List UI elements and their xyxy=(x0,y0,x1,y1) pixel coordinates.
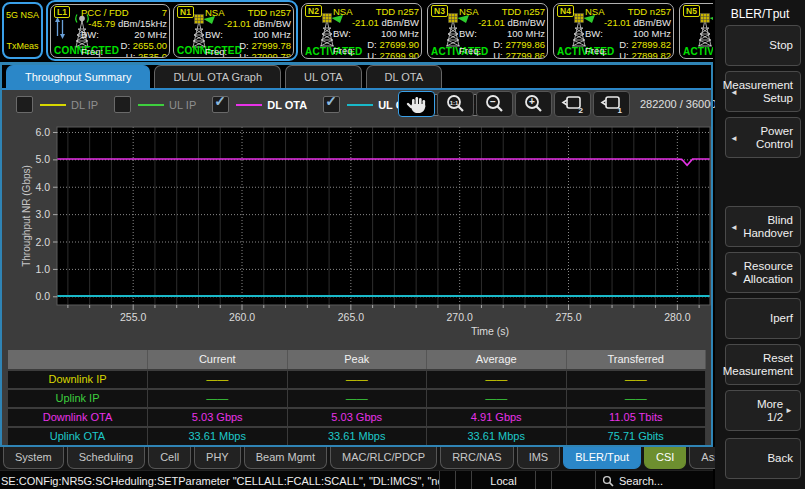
throughput-chart[interactable]: 255.0260.0265.0270.0275.0280.00.01.02.03… xyxy=(0,121,713,346)
dl-freq-value: 27699.90 xyxy=(379,39,419,50)
dl-freq-value: 27999.78 xyxy=(251,40,291,51)
ul-freq-value: 27699.90 xyxy=(379,50,419,59)
dl-freq-label: D: xyxy=(367,39,377,50)
legend-checkbox[interactable] xyxy=(16,96,33,113)
freq-label: Freq: xyxy=(459,45,481,56)
instrument-screen: 5G NSA TxMeas L1CONNECTEDPCC / FDD7-45.7… xyxy=(0,0,805,489)
status-cell-empty xyxy=(551,471,595,489)
freq-label: Freq: xyxy=(585,45,607,56)
bw-label: BW: xyxy=(459,28,477,39)
bottom-tab-ims[interactable]: IMS xyxy=(517,447,561,469)
softkey-blind-handover[interactable]: ◄Blind Handover xyxy=(725,206,801,247)
svg-text:+: + xyxy=(529,96,535,107)
cell-panel-n2[interactable]: N2ACTIVATEDNSATDD n257-21.01 dBm/BWBW:10… xyxy=(301,3,422,59)
submenu-left-arrow-icon: ◄ xyxy=(730,132,738,145)
table-row-label: Downlink OTA xyxy=(8,409,148,426)
cell-level-value: -21.01 xyxy=(478,17,505,28)
dl-freq-value: 27899.82 xyxy=(631,39,671,50)
svg-text:280.0: 280.0 xyxy=(664,311,690,323)
search-field[interactable]: Search... xyxy=(595,471,713,489)
softkey-iperf[interactable]: Iperf xyxy=(725,298,801,339)
bw-value: 100 MHz xyxy=(381,28,419,39)
tx-meas-label: TxMeas xyxy=(4,41,41,51)
measurement-mode-panel[interactable]: 5G NSA TxMeas xyxy=(2,2,43,59)
cell-panel-n3[interactable]: N3ACTIVATEDNSATDD n257-21.01 dBm/BWBW:10… xyxy=(427,3,548,59)
cell-status-label: ACTIVATED xyxy=(683,46,713,57)
bw-label: BW: xyxy=(205,29,223,40)
legend-checkbox[interactable]: ✓ xyxy=(212,96,229,113)
chart-toolbar: 1:1−+21 xyxy=(398,91,630,117)
cell-panel-n5[interactable]: N5ACTIVATED xyxy=(679,3,713,59)
bw-value: 100 MHz xyxy=(253,29,291,40)
tab-throughput-summary[interactable]: Throughput Summary xyxy=(6,65,150,88)
softkey-back[interactable]: Back xyxy=(725,438,801,479)
svg-text:1:1: 1:1 xyxy=(449,100,458,106)
svg-text:−: − xyxy=(490,96,496,107)
bottom-tab-scheduling[interactable]: Scheduling xyxy=(67,447,145,469)
bottom-tab-cell[interactable]: Cell xyxy=(148,447,191,469)
cell-level-value: -21.01 xyxy=(352,17,379,28)
legend-checkbox[interactable] xyxy=(114,96,131,113)
table-value-cell: —— xyxy=(567,390,707,407)
svg-text:265.0: 265.0 xyxy=(338,311,364,323)
softkey-measurement-setup[interactable]: ◄Measurement Setup xyxy=(725,71,801,112)
table-row: Downlink OTA5.03 Gbps5.03 Gbps4.91 Gbps1… xyxy=(8,409,706,426)
cell-panel-l1[interactable]: L1CONNECTEDPCC / FDD7-45.79 dBm/15kHzBW:… xyxy=(50,4,170,58)
table-row-label: Uplink OTA xyxy=(8,428,148,445)
legend-color-line xyxy=(236,104,262,106)
legend-checkbox[interactable]: ✓ xyxy=(323,96,340,113)
dl-freq-label: D: xyxy=(493,39,503,50)
zoom-fit-button[interactable]: 1:1 xyxy=(437,91,474,117)
freq-label: Freq: xyxy=(205,46,227,57)
ul-freq-value: 27799.86 xyxy=(505,50,545,59)
table-value-cell: 4.91 Gbps xyxy=(427,409,567,426)
view-tabs: Throughput SummaryDL/UL OTA GraphUL OTAD… xyxy=(0,65,713,88)
zoom-out-button[interactable]: − xyxy=(476,91,513,117)
marker-2-button[interactable]: 2 xyxy=(554,91,591,117)
bottom-tab-beam-mgmt[interactable]: Beam Mgmt xyxy=(244,447,327,469)
marker-1-icon: 1 xyxy=(600,93,624,115)
softkey-label: Stop xyxy=(769,39,793,52)
x-axis-label: Time (s) xyxy=(471,325,509,337)
marker-1-button[interactable]: 1 xyxy=(593,91,630,117)
svg-text:5.0: 5.0 xyxy=(35,153,50,165)
bottom-tab-csi[interactable]: CSI xyxy=(644,447,686,469)
svg-text:270.0: 270.0 xyxy=(447,311,473,323)
zoom-in-button[interactable]: + xyxy=(515,91,552,117)
softkey-label: Power Control xyxy=(738,125,793,151)
local-mode-indicator: Local xyxy=(471,471,535,489)
softkey-resource-allocation[interactable]: ◄Resource Allocation xyxy=(725,252,801,293)
bw-label: BW: xyxy=(81,29,99,40)
bottom-tab-bler-tput[interactable]: BLER/Tput xyxy=(563,447,641,469)
cell-panel-n1[interactable]: N1CONNECTEDNSATDD n257-21.01 dBm/BWBW:10… xyxy=(173,4,294,58)
bottom-tab-phy[interactable]: PHY xyxy=(194,447,241,469)
cell-channel-label: TDD n257 xyxy=(376,6,419,17)
softkey-label: Iperf xyxy=(770,312,793,325)
softkey-power-control[interactable]: ◄Power Control xyxy=(725,117,801,158)
table-row-label: Uplink IP xyxy=(8,390,148,407)
bw-label: BW: xyxy=(333,28,351,39)
check-icon: ✓ xyxy=(214,93,226,109)
softkey-more-1-2[interactable]: More 1/2► xyxy=(725,390,801,431)
softkey-reset-measurement[interactable]: Reset Measurement xyxy=(725,344,801,385)
cell-info-block: NSATDD n257-21.01 dBm/BWBW:100 MHzFreq:D… xyxy=(459,6,545,59)
softkey-stop[interactable]: Stop xyxy=(725,25,801,66)
chart-canvas[interactable]: 255.0260.0265.0270.0275.0280.00.01.02.03… xyxy=(0,121,713,346)
pan-hand-button[interactable] xyxy=(398,91,435,117)
cell-panel-n4[interactable]: N4ACTIVATEDNSATDD n257-21.01 dBm/BWBW:10… xyxy=(553,3,674,59)
dl-freq-label: D: xyxy=(619,39,629,50)
status-cell-empty xyxy=(439,471,455,489)
frame-left-line xyxy=(0,65,2,447)
bottom-tab-rrc-nas[interactable]: RRC/NAS xyxy=(440,447,514,469)
bottom-tab-system[interactable]: System xyxy=(3,447,64,469)
svg-text:6.0: 6.0 xyxy=(35,126,50,138)
submenu-left-arrow-icon: ◄ xyxy=(730,267,738,280)
softkey-label: Resource Allocation xyxy=(738,260,793,286)
cell-type-label: NSA xyxy=(585,6,605,17)
tab-ul-ota[interactable]: UL OTA xyxy=(285,65,362,88)
bottom-tab-mac-rlc-pdcp[interactable]: MAC/RLC/PDCP xyxy=(330,447,437,469)
tab-dl-ul-ota-graph[interactable]: DL/UL OTA Graph xyxy=(154,65,281,88)
tab-dl-ota[interactable]: DL OTA xyxy=(366,65,443,88)
table-value-cell: 11.05 Tbits xyxy=(567,409,707,426)
scpi-command-text: SE:CONFig:NR5G:SCHeduling:SETParameter "… xyxy=(0,475,439,487)
